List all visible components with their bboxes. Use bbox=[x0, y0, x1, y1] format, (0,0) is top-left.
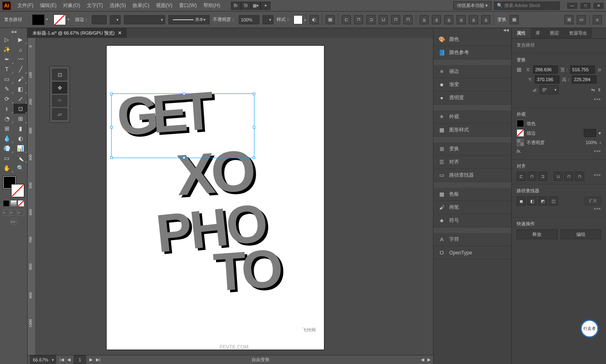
menu-select[interactable]: 选择(S) bbox=[106, 2, 129, 9]
scroll-left-icon[interactable]: ◀ bbox=[421, 357, 424, 362]
zoom-tool[interactable]: 🔍 bbox=[14, 163, 27, 173]
mesh-tool[interactable]: ⊞ bbox=[0, 124, 14, 133]
panel-color-guide[interactable]: 📘颜色参考 bbox=[434, 46, 511, 59]
eraser-tool[interactable]: ◧ bbox=[14, 84, 27, 94]
panel-brushes[interactable]: 🖌画笔 bbox=[434, 201, 511, 214]
flip-v-icon[interactable]: ⥮ bbox=[597, 87, 601, 93]
distribute-2[interactable]: ⫼ bbox=[432, 15, 441, 24]
toolbox-collapse[interactable]: ◀◀ bbox=[0, 30, 27, 35]
stroke-swatch-prop[interactable] bbox=[517, 129, 524, 137]
none-mode-btn[interactable] bbox=[18, 200, 24, 207]
screen-mode[interactable]: ▭ bbox=[10, 218, 17, 225]
blend-tool[interactable]: ◐ bbox=[14, 133, 27, 143]
isolate-icon[interactable]: ⊞ bbox=[564, 15, 573, 24]
free-transform-icon[interactable]: ✥ bbox=[52, 82, 67, 93]
menu-effect[interactable]: 效果(C) bbox=[129, 2, 153, 9]
align-vcenter-icon[interactable]: ⊓ bbox=[391, 15, 400, 24]
fx-button[interactable]: fx. bbox=[517, 149, 522, 154]
gradient-mode-btn[interactable] bbox=[10, 200, 17, 207]
panel-opentype[interactable]: OOpenType bbox=[434, 246, 511, 259]
lasso-tool[interactable]: ⌕ bbox=[14, 44, 27, 54]
panel-character[interactable]: A字符 bbox=[434, 233, 511, 246]
y-input[interactable] bbox=[535, 75, 559, 84]
nav-prev-icon[interactable]: ◀ bbox=[67, 357, 70, 362]
expand-button[interactable]: 扩展 bbox=[585, 196, 601, 205]
eyedropper-tool[interactable]: 💧 bbox=[0, 133, 14, 143]
artboard-number-input[interactable] bbox=[74, 355, 86, 364]
stock-button[interactable]: St bbox=[241, 2, 251, 10]
tab-layers[interactable]: 图层 bbox=[545, 28, 564, 38]
menu-file[interactable]: 文件(F) bbox=[14, 2, 37, 9]
tab-libraries[interactable]: 库 bbox=[531, 28, 545, 38]
opacity-input[interactable] bbox=[239, 15, 259, 24]
minus-front-icon[interactable]: ◧ bbox=[527, 196, 536, 205]
appearance-more-icon[interactable]: ••• bbox=[594, 148, 601, 154]
color-mode-btn[interactable] bbox=[3, 200, 9, 207]
tab-asset-export[interactable]: 资源导出 bbox=[564, 28, 592, 38]
nav-first-icon[interactable]: |◀ bbox=[59, 357, 64, 362]
edit-icon[interactable]: ▭ bbox=[577, 15, 586, 24]
search-stock-input[interactable]: 🔍搜索 Adobe Stock bbox=[494, 2, 560, 10]
symbol-sprayer-tool[interactable]: 💨 bbox=[0, 143, 14, 153]
arrange-docs-button[interactable]: ▦▾ bbox=[251, 2, 261, 10]
magic-wand-tool[interactable]: ✨ bbox=[0, 44, 14, 54]
panel-swatches[interactable]: ▦色板 bbox=[434, 188, 511, 201]
ruler-origin[interactable] bbox=[28, 38, 35, 45]
recolor-button[interactable]: ◐ bbox=[310, 15, 319, 24]
width-tool[interactable]: ⫾ bbox=[0, 104, 14, 114]
stroke-swatch[interactable] bbox=[12, 184, 24, 197]
opacity-dropdown[interactable] bbox=[263, 15, 273, 24]
selection-tool[interactable]: ▷ bbox=[0, 35, 14, 44]
align-more-icon[interactable]: ••• bbox=[594, 172, 601, 181]
scroll-right-icon[interactable]: ▶ bbox=[427, 357, 431, 362]
stroke-weight-dropdown[interactable] bbox=[110, 15, 121, 24]
nav-next-icon[interactable]: ▶ bbox=[89, 357, 93, 362]
curvature-tool[interactable]: 〰 bbox=[14, 54, 27, 64]
menu-help[interactable]: 帮助(H) bbox=[200, 2, 224, 9]
variable-width-profile[interactable] bbox=[124, 15, 165, 24]
distribute-4[interactable]: ⫼ bbox=[457, 15, 466, 24]
graphic-style-swatch[interactable] bbox=[294, 15, 303, 24]
menu-type[interactable]: 文字(T) bbox=[84, 2, 106, 9]
panel-pathfinder[interactable]: ▭路径查找器 bbox=[434, 169, 511, 182]
tab-properties[interactable]: 属性 bbox=[512, 28, 531, 38]
menu-edit[interactable]: 编辑(E) bbox=[37, 2, 60, 9]
prop-align-top[interactable]: ⊔ bbox=[554, 172, 563, 181]
width-input[interactable] bbox=[570, 65, 595, 74]
type-tool[interactable]: T bbox=[0, 64, 14, 74]
dock-collapse[interactable]: ◀◀ bbox=[434, 28, 511, 33]
flip-h-icon[interactable]: ⇋ bbox=[591, 87, 595, 93]
hand-tool[interactable]: ✋ bbox=[0, 163, 14, 173]
prop-align-left[interactable]: ⊏ bbox=[517, 172, 526, 181]
rectangle-tool[interactable]: ▭ bbox=[0, 74, 14, 84]
panel-graphic-styles[interactable]: ▦图形样式 bbox=[434, 124, 511, 137]
selection-bounding-box[interactable] bbox=[111, 93, 254, 158]
draw-behind[interactable]: ▫ bbox=[10, 209, 17, 216]
rotate-input[interactable]: 0° bbox=[540, 85, 559, 94]
distribute-3[interactable]: ⫼ bbox=[444, 15, 453, 24]
panel-gradient[interactable]: ■渐变 bbox=[434, 78, 511, 91]
vertical-ruler[interactable]: 0 100 200 300 400 500 600 700 800 900 10… bbox=[28, 45, 35, 355]
transform-link[interactable]: 变换 bbox=[497, 16, 506, 23]
fill-color-swatch[interactable] bbox=[32, 14, 44, 25]
document-tab[interactable]: 未标题-1.ai* @ 66.67% (RGB/GPU 预览) ✕ bbox=[28, 28, 127, 38]
align-hcenter-icon[interactable]: ⊓ bbox=[354, 15, 363, 24]
artwork-text-to[interactable]: TO bbox=[212, 237, 281, 303]
panel-color[interactable]: 🎨颜色 bbox=[434, 33, 511, 46]
pathfinder-more-icon[interactable]: ••• bbox=[594, 205, 601, 212]
panel-appearance[interactable]: ☀外观 bbox=[434, 110, 511, 124]
panel-transparency[interactable]: ●透明度 bbox=[434, 91, 511, 105]
group-button[interactable]: 编组 bbox=[561, 229, 601, 239]
x-input[interactable] bbox=[533, 65, 558, 74]
shape-builder-tool[interactable]: ◔ bbox=[0, 114, 14, 124]
minimize-button[interactable]: — bbox=[567, 3, 577, 9]
maximize-button[interactable]: □ bbox=[580, 3, 590, 9]
prop-align-bottom[interactable]: ⊓ bbox=[575, 172, 584, 181]
unite-icon[interactable]: ◼ bbox=[517, 196, 526, 205]
exclude-icon[interactable]: ◫ bbox=[549, 196, 558, 205]
transform-panel-icon[interactable]: ▦ bbox=[510, 15, 519, 24]
draw-normal[interactable]: ▫ bbox=[3, 209, 9, 216]
panel-symbols[interactable]: ♣符号 bbox=[434, 214, 511, 227]
bridge-button[interactable]: Br bbox=[231, 2, 241, 10]
intersect-icon[interactable]: ◩ bbox=[538, 196, 547, 205]
